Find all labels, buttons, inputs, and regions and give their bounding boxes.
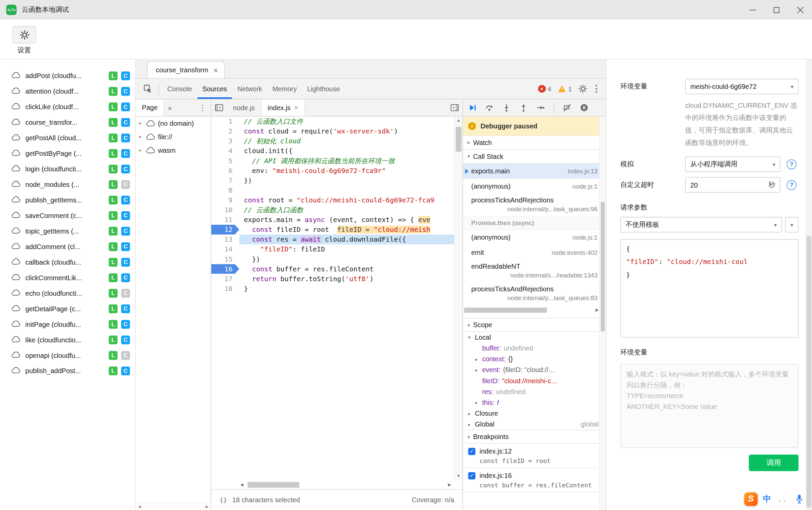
- checkbox-checked-icon[interactable]: ✓: [468, 472, 475, 479]
- badge-local[interactable]: L: [109, 133, 118, 142]
- call-stack-frame[interactable]: processTicksAndRejectionsnode:internal/p…: [463, 194, 606, 216]
- expand-icon[interactable]: ▸: [468, 422, 475, 427]
- badge-cloud[interactable]: C: [121, 366, 130, 375]
- expand-icon[interactable]: ▾: [468, 335, 475, 340]
- scroll-up-icon[interactable]: ▲: [455, 117, 462, 124]
- expand-icon[interactable]: ▸: [468, 411, 475, 416]
- collapsed-icon[interactable]: ▸: [139, 148, 146, 153]
- badge-cloud[interactable]: C: [121, 164, 130, 173]
- expand-icon[interactable]: ▸: [475, 367, 482, 372]
- badge-cloud[interactable]: C: [121, 180, 130, 189]
- sidebar-item-function[interactable]: addComment (cl...LC: [0, 239, 135, 254]
- line-number[interactable]: 6: [211, 166, 239, 175]
- watch-section-header[interactable]: ▸ Watch: [463, 136, 606, 149]
- close-button[interactable]: [788, 0, 812, 20]
- scrollbar-thumb[interactable]: [464, 308, 547, 313]
- badge-cloud[interactable]: C: [121, 211, 130, 220]
- devtools-panel-tab-memory[interactable]: Memory: [267, 79, 302, 99]
- document-tab[interactable]: course_transform ×: [147, 61, 225, 78]
- code-line[interactable]: 18}: [211, 284, 462, 293]
- badge-cloud[interactable]: C: [121, 118, 130, 127]
- badge-local[interactable]: L: [109, 242, 118, 251]
- badge-cloud[interactable]: C: [121, 335, 130, 344]
- code-line[interactable]: 1// 云函数入口文件: [211, 117, 462, 126]
- badge-local[interactable]: L: [109, 351, 118, 360]
- sidebar-item-function[interactable]: saveComment (c...LC: [0, 208, 135, 223]
- scope-entry[interactable]: ▸this:f: [463, 397, 606, 408]
- sidebar-item-function[interactable]: getDetailPage (c...LC: [0, 301, 135, 316]
- inspect-icon[interactable]: [140, 79, 156, 99]
- scroll-right-icon[interactable]: ▶: [595, 308, 598, 312]
- line-number[interactable]: 4: [211, 146, 239, 156]
- pretty-print-icon[interactable]: {}: [220, 496, 227, 503]
- call-stack-frame[interactable]: endReadableNTnode:internal/s.../readable…: [463, 260, 606, 283]
- badge-cloud[interactable]: C: [121, 195, 130, 204]
- line-number[interactable]: 7: [211, 175, 239, 185]
- code-line[interactable]: 8: [211, 185, 462, 195]
- sidebar-item-function[interactable]: login (cloudfuncti...LC: [0, 161, 135, 176]
- scroll-right-icon[interactable]: ▶: [448, 483, 454, 487]
- env-select[interactable]: meishi-could-6g69e72 ▾: [685, 79, 798, 94]
- code-line[interactable]: 12 const fileID = root fileID = "cloud:/…: [211, 225, 462, 235]
- badge-cloud[interactable]: C: [121, 102, 130, 111]
- navigator-tree-item[interactable]: ▸(no domain): [136, 117, 211, 130]
- scroll-right-icon[interactable]: ▶: [206, 504, 209, 509]
- collapsed-icon[interactable]: ▸: [139, 134, 146, 139]
- badge-local[interactable]: L: [109, 366, 118, 375]
- scope-entry[interactable]: res:undefined: [463, 386, 606, 397]
- devtools-panel-tab-sources[interactable]: Sources: [197, 79, 232, 99]
- sidebar-item-function[interactable]: getPostAll (cloud...LC: [0, 130, 135, 146]
- sidebar-item-function[interactable]: clickCommentLik...LC: [0, 270, 135, 285]
- navigator-hscrollbar[interactable]: ◀ ▶: [136, 503, 211, 510]
- call-stack-section-header[interactable]: ▾ Call Stack: [463, 150, 606, 164]
- sidebar-item-function[interactable]: like (cloudfunctio...LC: [0, 332, 135, 347]
- line-number[interactable]: 8: [211, 185, 239, 195]
- sidebar-item-function[interactable]: getPostByPage (...LC: [0, 145, 135, 161]
- toggle-debugger-icon[interactable]: [447, 99, 462, 116]
- code-line[interactable]: 2const cloud = require('wx-server-sdk'): [211, 126, 462, 136]
- code-area[interactable]: 1// 云函数入口文件2const cloud = require('wx-se…: [211, 117, 462, 481]
- resume-icon[interactable]: [468, 103, 477, 112]
- collapsed-icon[interactable]: ▸: [139, 121, 146, 126]
- scope-entry[interactable]: ▸event:{fileID: "cloud://…: [463, 364, 606, 375]
- code-line[interactable]: 16 const buffer = res.fileContent: [211, 264, 462, 274]
- more-options-icon[interactable]: [594, 85, 599, 93]
- help-icon[interactable]: ?: [787, 180, 796, 190]
- badge-local[interactable]: L: [109, 226, 118, 235]
- badge-local[interactable]: L: [109, 71, 118, 80]
- settings-button[interactable]: [13, 26, 36, 44]
- badge-cloud[interactable]: C: [121, 149, 130, 157]
- line-number[interactable]: 1: [211, 117, 239, 126]
- scroll-down-icon[interactable]: ▼: [455, 473, 462, 480]
- step-out-icon[interactable]: [519, 103, 528, 112]
- code-line[interactable]: 4cloud.init({: [211, 146, 462, 156]
- scrollbar-thumb[interactable]: [247, 482, 299, 488]
- pause-on-exceptions-icon[interactable]: [580, 103, 589, 112]
- sidebar-item-function[interactable]: attention (cloudf...LC: [0, 83, 135, 99]
- params-expand-button[interactable]: ▾: [785, 217, 798, 233]
- scope-section-header[interactable]: ▾ Scope: [463, 318, 606, 332]
- badge-cloud[interactable]: C: [121, 289, 130, 297]
- ime-language-icon[interactable]: 中: [763, 494, 771, 505]
- editor-tab-index.js[interactable]: index.js×: [261, 99, 305, 116]
- code-line[interactable]: 7}): [211, 175, 462, 185]
- devtools-panel-tab-lighthouse[interactable]: Lighthouse: [302, 79, 345, 99]
- sidebar-item-function[interactable]: initPage (cloudfu...LC: [0, 316, 135, 332]
- sidebar-item-function[interactable]: addPost (cloudfu...LC: [0, 68, 135, 83]
- navigator-menu-icon[interactable]: ⋮: [199, 103, 211, 112]
- close-tab-icon[interactable]: ×: [294, 104, 298, 111]
- call-stack-frame[interactable]: processTicksAndRejectionsnode:internal/p…: [463, 283, 606, 305]
- code-line[interactable]: 6 env: "meishi-could-6g69e72-fca9r": [211, 166, 462, 175]
- deactivate-breakpoints-icon[interactable]: [563, 103, 571, 112]
- step-over-icon[interactable]: [485, 103, 494, 112]
- window-vscrollbar[interactable]: [806, 59, 812, 510]
- scrollbar-thumb[interactable]: [601, 202, 605, 331]
- scroll-left-icon[interactable]: ◀: [138, 504, 141, 509]
- badge-local[interactable]: L: [109, 164, 118, 173]
- badge-local[interactable]: L: [109, 258, 118, 266]
- close-tab-icon[interactable]: ×: [213, 66, 218, 74]
- code-line[interactable]: 5 // API 调用都保持和云函数当前所在环境一致: [211, 156, 462, 166]
- minimize-button[interactable]: [741, 0, 764, 20]
- badge-cloud[interactable]: C: [121, 351, 130, 360]
- badge-cloud[interactable]: C: [121, 242, 130, 251]
